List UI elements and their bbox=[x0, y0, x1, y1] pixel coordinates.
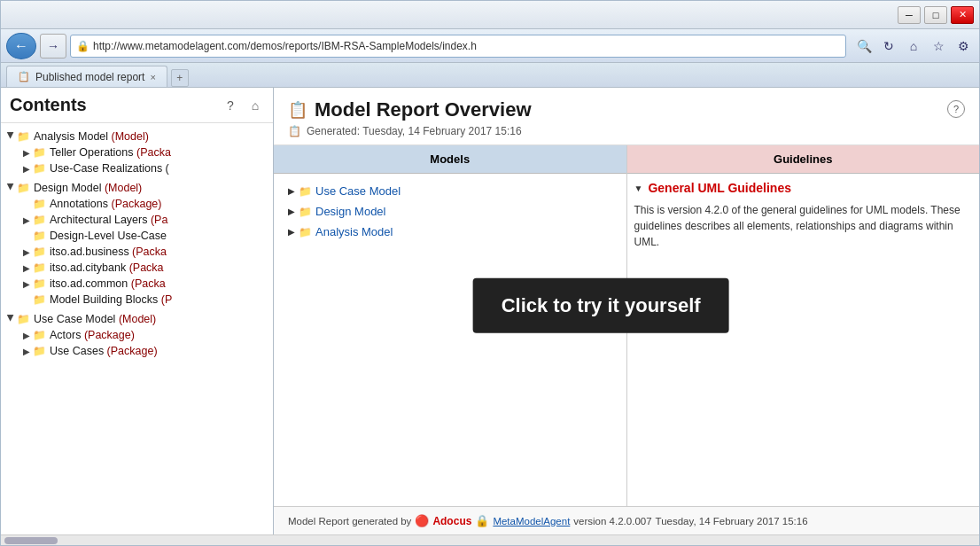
guidelines-column-header: Guidelines bbox=[627, 145, 980, 174]
model-arrow-design: ▶ bbox=[288, 207, 295, 216]
tree-row-itso-common[interactable]: ▶ 📁 itso.ad.common (Packa bbox=[17, 276, 273, 292]
model-item-usecase[interactable]: ▶ 📁 Use Case Model bbox=[281, 181, 619, 201]
tree-row-arch-layers[interactable]: ▶ 📁 Architectural Layers (Pa bbox=[17, 212, 273, 228]
gear-icon[interactable]: ⚙ bbox=[953, 35, 974, 57]
models-table: Models ▶ 📁 Use Case Model ▶ 📁 bbox=[274, 145, 979, 506]
main-title-icon: 📋 bbox=[288, 100, 307, 120]
footer-metamodel-icon: 🔒 bbox=[475, 514, 489, 527]
tab-bar: 📋 Published model report × + bbox=[1, 63, 979, 88]
tree-label-usecase: Use Case Model (Model) bbox=[34, 313, 156, 325]
help-icon[interactable]: ? bbox=[222, 97, 239, 114]
folder-icon-analysis: 📁 bbox=[17, 130, 30, 143]
tree-row-usecase-real[interactable]: ▶ 📁 Use-Case Realizations ( bbox=[17, 160, 273, 176]
tree-row-design-level[interactable]: ▶ 📁 Design-Level Use-Case bbox=[17, 228, 273, 244]
model-item-analysis[interactable]: ▶ 📁 Analysis Model bbox=[281, 222, 619, 242]
guideline-title: ▼ General UML Guidelines bbox=[634, 181, 973, 195]
folder-icon-arch: 📁 bbox=[33, 214, 46, 226]
expand-arrow-itso-common: ▶ bbox=[20, 279, 33, 289]
back-button[interactable]: ← bbox=[6, 33, 36, 59]
guideline-section: ▼ General UML Guidelines This is version… bbox=[627, 174, 980, 257]
tree-row-usecase-model[interactable]: ▶ 📁 Use Case Model (Model) bbox=[1, 311, 273, 327]
main-help-button[interactable]: ? bbox=[947, 100, 965, 118]
tree-children-analysis: ▶ 📁 Teller Operations (Packa ▶ 📁 Use-Cas… bbox=[1, 144, 273, 176]
folder-icon-itso-citybank: 📁 bbox=[33, 261, 46, 274]
expand-arrow-analysis: ▶ bbox=[6, 131, 16, 144]
folder-icon-usecase: 📁 bbox=[17, 313, 30, 325]
home-sidebar-icon[interactable]: ⌂ bbox=[246, 97, 264, 114]
search-icon[interactable]: 🔍 bbox=[853, 35, 875, 57]
guideline-title-text: General UML Guidelines bbox=[648, 181, 791, 195]
guidelines-column: Guidelines ▼ General UML Guidelines This… bbox=[627, 145, 980, 506]
tree-row-usecases[interactable]: ▶ 📁 Use Cases (Package) bbox=[17, 343, 273, 359]
model-label-analysis: Analysis Model bbox=[315, 225, 393, 238]
models-column: Models ▶ 📁 Use Case Model ▶ 📁 bbox=[274, 145, 627, 506]
folder-icon-usecase-real: 📁 bbox=[33, 162, 46, 175]
refresh-icon[interactable]: ↻ bbox=[878, 35, 899, 57]
expand-arrow-itso-citybank: ▶ bbox=[20, 263, 33, 273]
tree-label-usecase-real: Use-Case Realizations ( bbox=[50, 162, 169, 175]
sidebar-title: Contents bbox=[10, 95, 87, 115]
tree-item-design-model: ▶ 📁 Design Model (Model) ▶ 📁 Annotations… bbox=[1, 178, 273, 309]
footer-metamodelagent[interactable]: MetaModelAgent bbox=[493, 516, 570, 526]
main-subtitle: 📋 Generated: Tuesday, 14 February 2017 1… bbox=[288, 125, 965, 137]
model-folder-design: 📁 bbox=[299, 206, 312, 218]
tree-label-design-level: Design-Level Use-Case bbox=[50, 230, 167, 242]
model-arrow-usecase: ▶ bbox=[288, 186, 295, 196]
model-folder-analysis: 📁 bbox=[299, 226, 312, 238]
sidebar: Contents ? ⌂ ▶ 📁 Analysis Model (Model) bbox=[1, 88, 274, 534]
home-icon[interactable]: ⌂ bbox=[903, 35, 924, 57]
tree-row-actors[interactable]: ▶ 📁 Actors (Package) bbox=[17, 327, 273, 343]
tree-row-model-building-blocks[interactable]: ▶ 📁 Model Building Blocks (P bbox=[17, 292, 273, 308]
expand-arrow-usecase: ▶ bbox=[6, 314, 16, 326]
minimize-button[interactable]: ─ bbox=[898, 6, 921, 24]
address-bar[interactable]: 🔒 http://www.metamodelagent.com/demos/re… bbox=[70, 35, 846, 58]
guideline-text: This is version 4.2.0 of the general gui… bbox=[634, 202, 973, 250]
footer-prefix: Model Report generated by bbox=[288, 516, 411, 526]
close-button[interactable]: ✕ bbox=[951, 6, 974, 24]
folder-icon-teller: 📁 bbox=[33, 146, 46, 159]
forward-button[interactable]: → bbox=[40, 34, 66, 58]
folder-icon-actors: 📁 bbox=[33, 329, 46, 341]
folder-icon-itso-business: 📁 bbox=[33, 246, 46, 258]
tree-children-design: ▶ 📁 Annotations (Package) ▶ 📁 Architectu… bbox=[1, 196, 273, 308]
sidebar-tree: ▶ 📁 Analysis Model (Model) ▶ 📁 Teller Op… bbox=[1, 123, 273, 534]
tree-label-mbb: Model Building Blocks (P bbox=[50, 293, 172, 306]
tree-row-annotations[interactable]: ▶ 📁 Annotations (Package) bbox=[17, 196, 273, 212]
model-item-design[interactable]: ▶ 📁 Design Model bbox=[281, 201, 619, 222]
model-label-design: Design Model bbox=[315, 205, 386, 218]
main-title: 📋 Model Report Overview bbox=[288, 98, 532, 121]
main-content: Models ▶ 📁 Use Case Model ▶ 📁 bbox=[274, 145, 979, 506]
tree-label-actors: Actors (Package) bbox=[50, 329, 135, 341]
scrollbar-thumb[interactable] bbox=[4, 537, 58, 544]
footer-version: version 4.2.0.007 bbox=[573, 516, 651, 526]
tree-label-teller: Teller Operations (Packa bbox=[50, 146, 171, 159]
tree-row-itso-business[interactable]: ▶ 📁 itso.ad.business (Packa bbox=[17, 244, 273, 260]
folder-icon-itso-common: 📁 bbox=[33, 277, 46, 290]
nav-bar: ← → 🔒 http://www.metamodelagent.com/demo… bbox=[1, 29, 979, 63]
tree-row-teller[interactable]: ▶ 📁 Teller Operations (Packa bbox=[17, 144, 273, 160]
new-tab-button[interactable]: + bbox=[171, 69, 189, 87]
generated-text: Generated: Tuesday, 14 February 2017 15:… bbox=[307, 125, 522, 137]
tab-close-button[interactable]: × bbox=[150, 72, 155, 82]
expand-arrow-arch: ▶ bbox=[20, 215, 33, 225]
tree-label-analysis: Analysis Model (Model) bbox=[34, 130, 149, 143]
title-bar: ─ □ ✕ bbox=[1, 1, 979, 29]
horizontal-scrollbar[interactable] bbox=[1, 534, 979, 545]
content-area: Contents ? ⌂ ▶ 📁 Analysis Model (Model) bbox=[1, 88, 979, 534]
main-panel-wrapper: 📋 Model Report Overview ? 📋 Generated: T… bbox=[274, 88, 979, 534]
tree-label-itso-common: itso.ad.common (Packa bbox=[50, 277, 166, 290]
tree-label-arch: Architectural Layers (Pa bbox=[50, 214, 167, 226]
expand-arrow-teller: ▶ bbox=[20, 148, 33, 158]
folder-icon-design-level: 📁 bbox=[33, 230, 46, 242]
main-header: 📋 Model Report Overview ? 📋 Generated: T… bbox=[274, 88, 979, 145]
active-tab[interactable]: 📋 Published model report × bbox=[6, 66, 167, 87]
maximize-button[interactable]: □ bbox=[924, 6, 947, 24]
tab-favicon: 📋 bbox=[18, 71, 30, 82]
guideline-arrow: ▼ bbox=[634, 183, 643, 193]
tree-row-analysis-model[interactable]: ▶ 📁 Analysis Model (Model) bbox=[1, 129, 273, 144]
footer-date: Tuesday, 14 February 2017 15:16 bbox=[656, 516, 808, 526]
tree-row-itso-citybank[interactable]: ▶ 📁 itso.ad.citybank (Packa bbox=[17, 260, 273, 276]
star-icon[interactable]: ☆ bbox=[928, 35, 949, 57]
footer-adocus-icon: 🔴 bbox=[415, 514, 429, 527]
tree-row-design-model[interactable]: ▶ 📁 Design Model (Model) bbox=[1, 180, 273, 196]
